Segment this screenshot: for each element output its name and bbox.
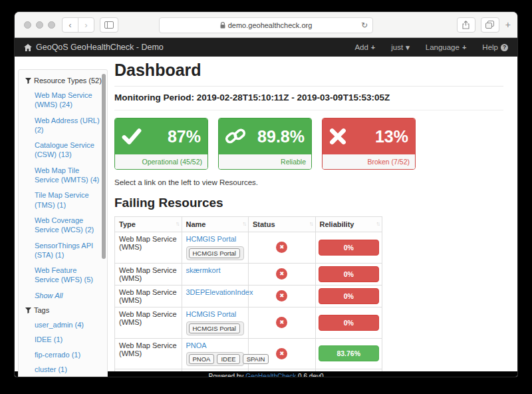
minimize-window-button[interactable] [36, 21, 43, 29]
status-broken-icon[interactable]: ✖ [276, 290, 287, 301]
reliable-card[interactable]: 89.8% Reliable [218, 118, 312, 170]
tag-link[interactable]: IDEE (1) [35, 335, 102, 344]
resource-types-title: Resource Types (52) [34, 77, 102, 85]
table-row: Web Map Service (WMS)HCMGIS PortalHCMGIS… [115, 232, 382, 264]
cell-status: ✖ [249, 307, 316, 338]
resource-type-link[interactable]: Catalogue Service (CSW) (13) [35, 140, 102, 160]
nav-user-label: just [391, 43, 403, 51]
nav-language-menu[interactable]: Language + [426, 43, 467, 51]
reliable-card-top: 89.8% [219, 118, 311, 154]
tag-link[interactable]: fip-cerrado (1) [35, 350, 102, 359]
cell-name: HCMGIS PortalHCMGIS Portal [182, 232, 249, 264]
status-broken-icon[interactable]: ✖ [276, 317, 287, 328]
tags-list: user_admin (4)IDEE (1)fip-cerrado (1)clu… [25, 320, 102, 377]
forward-button[interactable]: › [78, 18, 94, 32]
operational-label: Operational (45/52) [115, 154, 207, 169]
reliability-button[interactable]: 0% [319, 266, 380, 282]
sidebar-item-resource-type: Web Map Service (WMS) (24) [35, 91, 102, 110]
reliability-button[interactable]: 0% [319, 288, 380, 304]
history-buttons: ‹ › [62, 17, 94, 33]
cell-reliability: 0% [315, 285, 382, 307]
sort-icon[interactable]: ↑↓ [243, 220, 246, 227]
column-header-status[interactable]: Status↑↓ [249, 217, 316, 232]
nav-add-menu[interactable]: Add + [354, 43, 375, 51]
table-head: Type↑↓Name↑↓Status↑↓Reliability↑↓ [115, 217, 382, 232]
failing-resources-table: Type↑↓Name↑↓Status↑↓Reliability↑↓ Web Ma… [114, 216, 382, 377]
resource-name-link[interactable]: skærmkort [186, 266, 221, 276]
sidebar-scrollbar[interactable] [102, 74, 106, 259]
monitoring-period: Monitoring Period: 2019-02-28T15:10:11Z … [114, 87, 503, 110]
stat-cards: 87% Operational (45/52) 89.8% [114, 118, 503, 170]
resource-name-link[interactable]: HCMGIS Portal [186, 310, 237, 319]
column-header-name[interactable]: Name↑↓ [182, 217, 249, 232]
broken-card[interactable]: 13% Broken (7/52) [322, 118, 416, 170]
sort-icon[interactable]: ↑↓ [376, 220, 380, 227]
cell-status: ✖ [249, 232, 316, 264]
hint-text: Select a link on the left to view Resour… [114, 178, 503, 186]
resource-type-link[interactable]: Web Map Tile Service (WMTS) (4) [35, 166, 102, 185]
tabs-button[interactable] [481, 17, 499, 33]
navbar-menu: Add + just ▾ Language + Help ? [354, 43, 508, 52]
reliability-button[interactable]: 83.76% [319, 345, 380, 361]
sort-icon[interactable]: ↑↓ [309, 220, 313, 227]
refresh-button[interactable]: ↻ [361, 21, 368, 30]
cell-type: Web Map Service (WMS) [115, 263, 182, 285]
resource-type-link[interactable]: Web Address (URL) (2) [35, 116, 102, 135]
navbar-brand[interactable]: GeoQoS GeoHealthCheck - Demo [24, 43, 164, 52]
sort-icon[interactable]: ↑↓ [176, 220, 179, 227]
column-header-type[interactable]: Type↑↓ [115, 217, 182, 232]
nav-user-menu[interactable]: just ▾ [391, 43, 409, 52]
geohealthcheck-link[interactable]: GeoHealthCheck [245, 373, 296, 377]
close-window-button[interactable] [24, 21, 31, 29]
sidebar-item-resource-type: SensorThings API (STA) (1) [35, 241, 102, 260]
column-label: Type [119, 220, 136, 228]
show-all-link[interactable]: Show All [35, 291, 102, 300]
column-header-reliability[interactable]: Reliability↑↓ [315, 217, 382, 232]
resource-name-link[interactable]: PNOA [186, 341, 207, 351]
sidebar-toggle-icon [104, 21, 114, 29]
cell-status: ✖ [249, 263, 316, 285]
tag-link[interactable]: cluster (1) [35, 365, 102, 374]
address-bar[interactable]: demo.geohealthcheck.org ↻ [159, 17, 373, 33]
tag-chip[interactable]: HCMGIS Portal [189, 248, 240, 258]
reliability-button[interactable]: 0% [319, 315, 380, 331]
zoom-window-button[interactable] [48, 21, 55, 29]
share-icon [462, 21, 469, 29]
tabs-icon [485, 21, 494, 29]
help-icon: ? [501, 44, 508, 51]
operational-card[interactable]: 87% Operational (45/52) [114, 118, 208, 170]
sidebar-toggle-button[interactable] [100, 17, 118, 33]
resource-name-link[interactable]: 3DEPElevationIndex [186, 288, 253, 297]
status-broken-icon[interactable]: ✖ [276, 242, 287, 253]
broken-label: Broken (7/52) [323, 154, 415, 169]
resource-type-link[interactable]: Web Feature Service (WFS) (5) [35, 266, 102, 285]
sidebar-item-resource-type: Web Map Tile Service (WMTS) (4) [35, 166, 102, 185]
nav-help-link[interactable]: Help ? [482, 43, 508, 51]
tag-link[interactable]: user_admin (4) [35, 320, 102, 329]
reliability-button[interactable]: 0% [319, 240, 380, 256]
cell-status: ✖ [249, 285, 316, 307]
tag-chip[interactable]: SPAIN [243, 354, 269, 364]
new-tab-button[interactable]: + [504, 19, 512, 30]
resource-name-link[interactable]: HCMGIS Portal [186, 235, 237, 244]
tags-title: Tags [34, 306, 49, 314]
header-row: Type↑↓Name↑↓Status↑↓Reliability↑↓ [115, 217, 382, 232]
resource-type-link[interactable]: Web Coverage Service (WCS) (2) [35, 216, 102, 235]
resource-type-link[interactable]: Tile Map Service (TMS) (1) [35, 190, 102, 210]
resource-type-link[interactable]: Web Map Service (WMS) (24) [35, 91, 102, 110]
share-button[interactable] [457, 17, 475, 33]
app-navbar: GeoQoS GeoHealthCheck - Demo Add + just … [15, 38, 517, 57]
tag-chip[interactable]: PNOA [189, 354, 215, 364]
tag-chip[interactable]: HCMGIS Portal [189, 323, 240, 333]
tag-chip[interactable]: IDEE [217, 354, 239, 364]
column-label: Name [186, 220, 206, 228]
resource-types-list: Web Map Service (WMS) (24)Web Address (U… [25, 91, 102, 300]
filter-icon [25, 78, 31, 84]
status-broken-icon[interactable]: ✖ [276, 348, 287, 359]
resource-type-link[interactable]: SensorThings API (STA) (1) [35, 241, 102, 260]
back-button[interactable]: ‹ [63, 18, 78, 32]
status-broken-icon[interactable]: ✖ [276, 268, 287, 280]
cell-reliability: 0% [315, 263, 382, 285]
table-row: Web Map Service (WMS)PNOAPNOAIDEESPAIN✖8… [115, 338, 382, 369]
sidebar-item-resource-type: Catalogue Service (CSW) (13) [35, 140, 102, 160]
